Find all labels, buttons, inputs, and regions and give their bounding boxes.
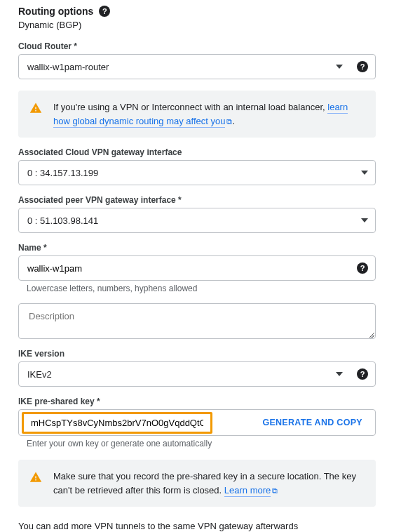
info-box-psk: Make sure that you record the pre-shared… bbox=[18, 460, 376, 507]
cloud-router-value: wallix-w1pam-router bbox=[27, 62, 109, 72]
psk-label: IKE pre-shared key * bbox=[18, 397, 376, 406]
cloud-router-select[interactable]: wallix-w1pam-router ? bbox=[18, 54, 376, 79]
assoc-cloud-select[interactable]: 0 : 34.157.13.199 bbox=[18, 160, 376, 185]
help-icon[interactable]: ? bbox=[99, 6, 110, 17]
chevron-down-icon bbox=[336, 65, 343, 69]
help-icon[interactable]: ? bbox=[357, 61, 368, 72]
external-link-icon: ⧉ bbox=[272, 486, 278, 495]
psk-helper: Enter your own key or generate one autom… bbox=[18, 439, 376, 448]
warning-icon bbox=[29, 471, 42, 488]
learn-more-link[interactable]: Learn more bbox=[224, 485, 271, 497]
psk-row: GENERATE AND COPY bbox=[18, 409, 376, 436]
name-input[interactable] bbox=[27, 263, 367, 274]
help-icon[interactable]: ? bbox=[357, 262, 368, 274]
chevron-down-icon bbox=[361, 218, 368, 222]
ike-version-select[interactable]: IKEv2 ? bbox=[18, 361, 376, 387]
assoc-peer-label: Associated peer VPN gateway interface * bbox=[18, 195, 376, 205]
info-text: If you're using a VPN or Interconnect wi… bbox=[53, 102, 327, 112]
generate-and-copy-button[interactable]: GENERATE AND COPY bbox=[258, 417, 367, 428]
assoc-peer-value: 0 : 51.103.98.141 bbox=[27, 215, 98, 226]
footer-note: You can add more VPN tunnels to the same… bbox=[18, 521, 376, 531]
help-icon[interactable]: ? bbox=[357, 368, 368, 380]
chevron-down-icon bbox=[361, 171, 368, 175]
psk-input[interactable] bbox=[29, 417, 205, 429]
page-title: Routing options bbox=[18, 6, 93, 17]
cloud-router-label: Cloud Router * bbox=[18, 41, 376, 51]
warning-icon bbox=[29, 102, 42, 119]
name-label: Name * bbox=[18, 243, 376, 253]
routing-type-label: Dynamic (BGP) bbox=[18, 20, 376, 30]
name-input-wrap: ? bbox=[18, 255, 376, 281]
chevron-down-icon bbox=[336, 372, 343, 376]
assoc-cloud-value: 0 : 34.157.13.199 bbox=[27, 168, 98, 178]
resize-handle-icon[interactable] bbox=[367, 330, 374, 337]
description-input[interactable] bbox=[27, 310, 367, 331]
assoc-peer-select[interactable]: 0 : 51.103.98.141 bbox=[18, 208, 376, 233]
psk-highlight bbox=[22, 412, 212, 434]
ike-version-label: IKE version bbox=[18, 349, 376, 359]
ike-version-value: IKEv2 bbox=[27, 369, 52, 380]
name-helper: Lowercase letters, numbers, hyphens allo… bbox=[18, 284, 376, 293]
assoc-cloud-label: Associated Cloud VPN gateway interface bbox=[18, 147, 376, 157]
info-psk-text: Make sure that you record the pre-shared… bbox=[53, 471, 356, 496]
description-wrap bbox=[18, 303, 376, 339]
info-box-routing: If you're using a VPN or Interconnect wi… bbox=[18, 91, 376, 138]
